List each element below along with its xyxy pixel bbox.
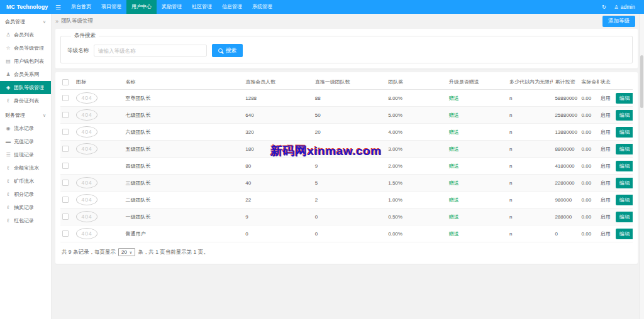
sidebar-item-label: 会员等级管理 <box>14 45 44 51</box>
row-checkbox[interactable] <box>62 163 69 169</box>
sidebar-item-3[interactable]: ▤用户钱包列表 <box>0 55 51 68</box>
cell-name: 四级团队长 <box>123 158 243 175</box>
cell-team-reward: 2.00% <box>386 158 447 175</box>
refresh-icon[interactable]: ↻ <box>602 4 606 10</box>
pagination-text-right: 条，共 1 页当前显示第 1 页。 <box>138 249 208 256</box>
nav-item-5[interactable]: 信息管理 <box>217 0 247 14</box>
row-checkbox[interactable] <box>62 129 69 135</box>
sidebar-item-6[interactable]: ℓ身份证列表 <box>0 94 51 107</box>
search-button[interactable]: 搜索 <box>212 44 243 57</box>
scrollbar-track[interactable] <box>639 14 644 319</box>
row-checkbox[interactable] <box>62 95 69 101</box>
cell-direct-members: 80 <box>243 158 313 175</box>
cell-direct-teams: 2 <box>313 192 387 208</box>
sidebar-item-13[interactable]: ℓ积分记录 <box>0 188 51 201</box>
edit-button[interactable]: 编辑 <box>616 161 633 171</box>
sidebar-item-label: 抽奖记录 <box>14 204 34 211</box>
cell-direct-members: 40 <box>243 175 313 192</box>
table-row: 404五级团队长180153.00%赠送n88000000.00启用编辑 <box>60 141 633 158</box>
cell-checkbox <box>60 124 74 141</box>
sidebar-item-label: 余额宝流水 <box>14 165 39 171</box>
user-name: admin <box>621 4 635 10</box>
table-body: 404至尊团队长1288888.00%赠送n588800000.00启用编辑40… <box>60 90 633 242</box>
nav-item-0[interactable]: 后台首页 <box>66 0 96 14</box>
edit-button[interactable]: 编辑 <box>616 110 633 121</box>
cell-unlimited-generations: n <box>508 208 553 225</box>
edit-button[interactable]: 编辑 <box>616 195 633 205</box>
edit-button[interactable]: 编辑 <box>616 93 633 104</box>
cell-status: 启用 <box>599 208 614 225</box>
sidebar-item-label: 会员列表 <box>14 31 34 38</box>
level-name-input[interactable] <box>94 45 207 57</box>
col-header-0 <box>60 75 74 90</box>
cell-actual-amount: 0.00 <box>580 192 599 208</box>
row-checkbox[interactable] <box>62 197 69 203</box>
sidebar-section-7[interactable]: 财务管理∨ <box>0 107 51 122</box>
menu-icon[interactable]: ☰ <box>50 4 66 11</box>
sidebar-item-14[interactable]: ℓ抽奖记录 <box>0 201 51 214</box>
cell-actual-amount: 0.00 <box>580 208 599 225</box>
sidebar-item-1[interactable]: ♙会员列表 <box>0 28 51 41</box>
edit-button[interactable]: 编辑 <box>616 127 633 138</box>
cell-icon: 404 <box>74 107 123 124</box>
cell-icon: 404 <box>74 175 123 192</box>
cell-status: 启用 <box>599 175 614 192</box>
sidebar-item-15[interactable]: ℓ红包记录 <box>0 214 51 227</box>
sidebar-item-label: 充值记录 <box>14 138 34 145</box>
cell-cumulative-invest: 8800000 <box>553 141 579 158</box>
cell-status: 启用 <box>599 158 614 175</box>
sidebar-item-5[interactable]: ◈团队等级管理 <box>0 81 51 94</box>
diamond-icon: ◈ <box>5 85 11 90</box>
cell-actual-amount: 0.00 <box>580 141 599 158</box>
page-size-select[interactable]: 20 ∨ <box>118 248 135 256</box>
cell-icon <box>74 158 123 175</box>
nav-item-6[interactable]: 系统管理 <box>247 0 277 14</box>
row-checkbox[interactable] <box>62 230 69 237</box>
row-checkbox[interactable] <box>62 112 69 118</box>
sidebar-item-9[interactable]: ▬充值记录 <box>0 135 51 148</box>
cell-direct-teams: 0 <box>313 225 387 242</box>
nav-item-1[interactable]: 项目管理 <box>96 0 126 14</box>
cell-checkbox <box>60 141 74 158</box>
nav-item-3[interactable]: 奖励管理 <box>157 0 187 14</box>
page-size-value: 20 <box>121 249 127 255</box>
user-menu[interactable]: ♙ admin <box>614 4 635 10</box>
select-all-checkbox[interactable] <box>62 79 69 85</box>
cell-cumulative-invest: 58880000 <box>553 90 579 107</box>
broken-image-icon: 404 <box>76 228 97 239</box>
cell-actual-amount: 0.00 <box>580 175 599 192</box>
nav-item-4[interactable]: 社区管理 <box>187 0 217 14</box>
row-checkbox[interactable] <box>62 180 69 186</box>
sidebar-item-2[interactable]: ☆会员等级管理 <box>0 41 51 55</box>
col-header-11 <box>614 75 633 90</box>
cell-status: 启用 <box>599 90 614 107</box>
cell-direct-members: 640 <box>243 107 313 124</box>
nav-item-2[interactable]: 用户中心 <box>126 0 157 14</box>
col-header-6: 升级是否赠送 <box>447 75 508 90</box>
col-header-8: 累计投资 <box>553 75 579 90</box>
edit-button[interactable]: 编辑 <box>616 212 633 222</box>
cell-icon: 404 <box>74 225 123 242</box>
table-row: 404普通用户000.00%赠送n00.00启用编辑 <box>60 225 633 242</box>
add-level-button[interactable]: 添加等级 <box>602 16 635 27</box>
row-checkbox[interactable] <box>62 146 69 152</box>
edit-button[interactable]: 编辑 <box>616 144 633 154</box>
link-icon: ℓ <box>5 218 11 224</box>
cell-checkbox <box>60 192 74 208</box>
edit-button[interactable]: 编辑 <box>616 178 633 188</box>
row-checkbox[interactable] <box>62 214 69 220</box>
sidebar-item-11[interactable]: ℓ余额宝流水 <box>0 161 51 175</box>
sidebar-item-12[interactable]: ℓ矿币流水 <box>0 175 51 188</box>
cell-direct-teams: 9 <box>313 158 387 175</box>
cell-upgrade-gift: 赠送 <box>447 175 508 192</box>
sidebar-section-0[interactable]: 会员管理∨ <box>0 14 51 28</box>
table-row: 404至尊团队长1288888.00%赠送n588800000.00启用编辑 <box>60 90 633 107</box>
search-fieldset: 条件搜索 等级名称 搜索 <box>60 32 633 63</box>
scrollbar-thumb[interactable] <box>640 55 643 108</box>
sidebar-item-10[interactable]: ☰提现记录 <box>0 148 51 161</box>
sidebar-item-8[interactable]: ◉流水记录 <box>0 122 51 135</box>
cell-action: 编辑 <box>614 208 633 225</box>
sidebar-item-4[interactable]: ♟会员关系网 <box>0 68 51 81</box>
cell-cumulative-invest: 25880000 <box>553 107 579 124</box>
edit-button[interactable]: 编辑 <box>616 229 633 239</box>
